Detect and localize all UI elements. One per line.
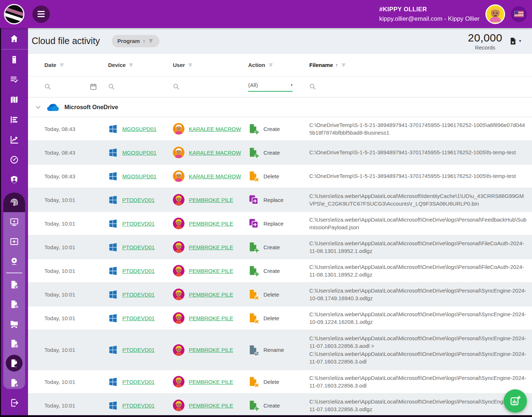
- device-link[interactable]: PTODEVD01: [122, 402, 155, 409]
- windows-icon: [108, 195, 118, 205]
- device-link[interactable]: PTODEVD01: [122, 244, 155, 250]
- column-header-action[interactable]: Action: [248, 62, 309, 68]
- sidebar-item-logout[interactable]: [0, 393, 28, 413]
- row-date: Today, 10:01: [44, 347, 108, 353]
- search-icon[interactable]: [173, 83, 180, 90]
- device-link[interactable]: MGOSUPD01: [122, 173, 156, 179]
- records-counter: 20,000 Records: [468, 32, 503, 51]
- user-link[interactable]: PEMBROKE PILE: [189, 379, 233, 385]
- sidebar-item-forensics[interactable]: [3, 192, 25, 212]
- device-link[interactable]: PTODEVD01: [122, 379, 155, 385]
- app-header: #KIPPY OLLIER kippy.ollier@email.com - K…: [0, 0, 532, 28]
- sidebar-subgroup: [3, 192, 25, 389]
- row-date: Today, 08:43: [44, 173, 108, 179]
- row-date: Today, 10:01: [44, 268, 108, 274]
- search-icon[interactable]: [108, 83, 115, 90]
- device-link[interactable]: MGOSUPD01: [122, 150, 156, 156]
- search-icon[interactable]: [44, 83, 51, 90]
- table-row: Today, 10:01PTODEVD01PEMBROKE PILEDelete…: [28, 306, 532, 330]
- user-link[interactable]: PEMBROKE PILE: [189, 244, 233, 250]
- device-link[interactable]: PTODEVD01: [122, 315, 155, 321]
- user-link[interactable]: PEMBROKE PILE: [189, 347, 233, 353]
- export-button[interactable]: ▾: [509, 37, 526, 45]
- sidebar-item-dashboard[interactable]: [0, 150, 28, 170]
- column-header-device[interactable]: Device: [108, 62, 173, 68]
- calendar-icon[interactable]: [90, 83, 97, 91]
- table-row: Today, 10:01PTODEVD01PEMBROKE PILEDelete…: [28, 283, 532, 306]
- device-link[interactable]: PTODEVD01: [122, 221, 155, 227]
- device-link[interactable]: PTODEVD01: [122, 291, 155, 298]
- action-label: Create: [263, 126, 280, 132]
- filter-icon[interactable]: [128, 62, 134, 68]
- file-x-icon: [9, 280, 19, 289]
- filter-icon[interactable]: [268, 62, 274, 68]
- sidebar-item-map[interactable]: [0, 90, 28, 110]
- webcam-icon: [9, 257, 19, 266]
- records-count: 20,000: [468, 32, 503, 44]
- sidebar-item-screen-monitoring[interactable]: [3, 212, 25, 232]
- sidebar-item-file-settings[interactable]: [3, 334, 25, 353]
- sort-chip-program[interactable]: Program ↑: [112, 35, 160, 47]
- user-link[interactable]: PEMBROKE PILE: [189, 221, 233, 227]
- windows-icon: [108, 148, 118, 158]
- action-filter-value: (All): [248, 82, 258, 88]
- chevron-down-icon[interactable]: [35, 104, 42, 111]
- sidebar-item-user-security[interactable]: [0, 170, 28, 190]
- page-title: Cloud file activity: [32, 36, 100, 46]
- hamburger-menu-icon[interactable]: [32, 5, 50, 23]
- user-link[interactable]: PEMBROKE PILE: [189, 291, 233, 298]
- sidebar-item-activity-log[interactable]: [0, 70, 28, 90]
- brand-logo[interactable]: [4, 4, 24, 24]
- sidebar-item-home[interactable]: [0, 28, 28, 49]
- blonde-woman-avatar: [487, 5, 504, 23]
- action-delete-icon: [248, 289, 259, 300]
- records-label: Records: [468, 44, 503, 51]
- action-filter-select[interactable]: (All) ▾: [248, 82, 293, 92]
- user-link[interactable]: PEMBROKE PILE: [189, 197, 233, 203]
- user-link[interactable]: KARALEE MACROW: [189, 126, 241, 132]
- action-label: Rename: [263, 347, 284, 353]
- user-avatar: [173, 312, 184, 324]
- table-filter-row: (All) ▾: [28, 76, 532, 98]
- header-user-title: #KIPPY OLLIER: [379, 6, 480, 13]
- search-icon[interactable]: [309, 83, 316, 90]
- column-header-date[interactable]: Date: [44, 62, 108, 68]
- device-link[interactable]: PTODEVD01: [122, 197, 155, 203]
- sidebar-item-screenshots[interactable]: [3, 232, 25, 251]
- filter-icon[interactable]: [341, 62, 346, 68]
- sidebar-item-network-shares[interactable]: [3, 314, 25, 334]
- file-cloud-icon: [6, 355, 23, 372]
- sidebar-item-file-transfer[interactable]: [3, 373, 25, 389]
- column-header-user[interactable]: User: [173, 62, 248, 68]
- sidebar-item-file-monitoring[interactable]: [3, 294, 25, 314]
- row-date: Today, 10:01: [44, 402, 108, 409]
- language-selector[interactable]: [511, 6, 527, 22]
- device-link[interactable]: PTODEVD01: [122, 268, 155, 274]
- sidebar-item-analytics[interactable]: [0, 130, 28, 150]
- sidebar-item-devices[interactable]: [0, 49, 28, 70]
- column-header-filename[interactable]: Filename ↑: [309, 62, 532, 68]
- action-create-icon: [248, 123, 259, 134]
- device-link[interactable]: MGOSUPD01: [122, 126, 156, 132]
- row-date: Today, 10:01: [44, 197, 108, 203]
- user-link[interactable]: KARALEE MACROW: [189, 150, 241, 156]
- filter-icon[interactable]: [59, 62, 65, 68]
- sidebar-item-deleted-files[interactable]: [3, 275, 25, 294]
- user-avatar-button[interactable]: [485, 4, 505, 24]
- user-link[interactable]: PEMBROKE PILE: [189, 402, 233, 409]
- sidebar-item-cloud-file-activity[interactable]: [3, 353, 25, 373]
- sort-chip-label: Program: [118, 38, 140, 44]
- action-rename-icon: [248, 345, 259, 356]
- sidebar-item-webcam[interactable]: [3, 251, 25, 271]
- row-filename: C:\OneDriveTemp\S-1-5-21-3894897941-3701…: [309, 148, 532, 156]
- row-filename: C:\Users\eliza.weber\AppData\Local\Micro…: [309, 374, 532, 390]
- user-link[interactable]: PEMBROKE PILE: [189, 315, 233, 321]
- bar-chart-icon: [9, 115, 19, 124]
- sidebar-item-reports[interactable]: [0, 110, 28, 130]
- filter-icon[interactable]: [187, 62, 193, 68]
- user-link[interactable]: KARALEE MACROW: [189, 173, 241, 179]
- row-date: Today, 08:43: [44, 126, 108, 132]
- device-link[interactable]: PTODEVD01: [122, 347, 155, 353]
- user-link[interactable]: PEMBROKE PILE: [189, 268, 233, 274]
- add-chart-fab[interactable]: [504, 389, 527, 413]
